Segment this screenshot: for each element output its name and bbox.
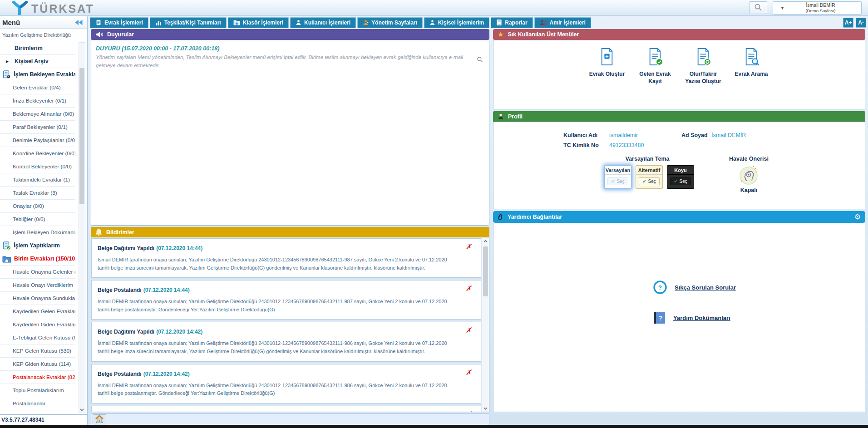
- notification-date: (07.12.2020 14:44): [156, 245, 202, 251]
- notification-date: (07.12.2020 14:44): [143, 287, 190, 293]
- user-note: (Demo Sayfası): [784, 8, 857, 14]
- sidebar-item-kep-giden-kutusu-114[interactable]: KEP Giden Kutusu (114): [0, 358, 75, 371]
- sidebar-item-postalananlar[interactable]: Postalananlar: [0, 397, 75, 410]
- sidebar-item-havale-onayina-gelenler-0-0[interactable]: Havale Onayına Gelenler (0/0): [0, 266, 75, 279]
- notification-body: İsmail DEMİR tarafından onaya sunulan; Y…: [92, 294, 481, 319]
- home-button[interactable]: [93, 414, 106, 424]
- theme-koyu[interactable]: Koyu✔Seç: [667, 165, 694, 189]
- gear-icon[interactable]: ⚙: [854, 213, 861, 221]
- notification-card: Belge Postalandı(07.12.2020 14:44)✗İsmai…: [91, 280, 481, 320]
- delete-notification-button[interactable]: ✗: [466, 326, 472, 335]
- sidebar-item-beklemeye-alinanlar-0-0[interactable]: Beklemeye Alınanlar (0/0): [0, 108, 75, 121]
- sidebar-item-benimle-paylasilanlar-0-0[interactable]: Benimle Paylaşılanlar (0/0): [0, 134, 75, 147]
- announcements-title: Duyurular: [107, 31, 134, 38]
- profile-title: Profil: [508, 113, 523, 120]
- sidebar-item-havale-onayina-sunduklarim[interactable]: Havale Onayına Sunduklarım: [0, 292, 75, 305]
- theme-select-button[interactable]: ✔Seç: [639, 177, 660, 185]
- link-sikca-sorulan-sorular[interactable]: ?Sıkça Sorulan Sorular: [653, 280, 736, 294]
- delete-notification-button[interactable]: ✗: [466, 410, 472, 412]
- sidebar-item-toplu-postaladiklarim[interactable]: Toplu Postaladıklarım: [0, 384, 75, 397]
- delete-notification-button[interactable]: ✗: [466, 368, 472, 377]
- sidebar-item-koordine-bekleyenler-0-0[interactable]: Koordine Bekleyenler (0/0): [0, 147, 75, 160]
- document-icon: [95, 19, 102, 26]
- tab-kullanici-islemleri[interactable]: Kullanıcı İşlemleri: [290, 17, 356, 28]
- sidebar-scrollbar[interactable]: [79, 42, 85, 413]
- sidebar-item-kaydedilen-giden-evraklar[interactable]: Kaydedilen Giden Evraklar: [0, 318, 75, 331]
- sidebar-item-paraf-bekleyenler-0-1[interactable]: Paraf Bekleyenler (0/1): [0, 121, 75, 134]
- tab-yonetim-sayfalari[interactable]: Yönetim Sayfaları: [357, 17, 423, 28]
- notifications-scrollbar-thumb[interactable]: [483, 246, 488, 296]
- notification-card: Yönlendirme İşleminin İptali Hakkında Bi…: [91, 406, 481, 412]
- delete-notification-button[interactable]: ✗: [466, 284, 472, 293]
- tc-label: TC Kimlik No: [563, 142, 599, 148]
- sidebar-collapse-icon[interactable]: [74, 19, 84, 26]
- font-decrease-button[interactable]: A-: [856, 18, 866, 28]
- shortcut-evrak-arama[interactable]: Evrak Arama: [733, 48, 770, 78]
- link-yardim-dokumanlari[interactable]: ?Yardım Dokümanları: [653, 311, 730, 325]
- announcements-panel: DUYURU (15.07.2020 00:00 - 17.07.2020 00…: [91, 41, 489, 226]
- star-icon: ★: [498, 31, 503, 38]
- notification-body: İsmail DEMİR tarafından onaya sunulan; Y…: [92, 335, 481, 361]
- theme-select-button[interactable]: ✔Seç: [670, 177, 691, 185]
- supervisors-icon: [540, 20, 547, 25]
- doc-approve-icon: [695, 48, 711, 68]
- notification-title: Belge Postalandı: [98, 371, 142, 377]
- sidebar-item-islem-bekleyen-evraklar-0-10[interactable]: İşlem Bekleyen Evraklar (0/10): [0, 68, 75, 81]
- profile-header: Profil: [493, 111, 865, 122]
- theme-varsayilan[interactable]: Varsayılan✔Seç: [604, 165, 631, 189]
- tab-klasor-islemleri[interactable]: Klasör İşlemleri: [228, 17, 289, 28]
- delete-notification-button[interactable]: ✗: [466, 242, 472, 251]
- sidebar-item-taslak-evraklar-3[interactable]: Taslak Evraklar (3): [0, 187, 75, 200]
- sidebar-item-takibimdeki-evraklar-1[interactable]: Takibimdeki Evraklar (1): [0, 173, 75, 187]
- havale-state: Kapalı: [711, 187, 786, 193]
- sidebar-item-kep-gelen-kutusu-530[interactable]: KEP Gelen Kutusu (530): [0, 344, 75, 358]
- announcement-magnifier-icon[interactable]: [477, 56, 483, 64]
- sidebar-item-kontrol-bekleyenler-0-0[interactable]: Kontrol Bekleyenler (0/0): [0, 160, 75, 173]
- scroll-down-icon[interactable]: [482, 407, 489, 410]
- sidebar-item-onaylar-0-0[interactable]: Onaylar (0/0): [0, 200, 75, 213]
- tab-evrak-islemleri[interactable]: Evrak İşlemleri: [90, 17, 148, 28]
- chevron-down-icon: ▼: [780, 6, 784, 10]
- sidebar-item-birim-evraklari-150-1014[interactable]: Birim Evrakları (150/1014): [0, 252, 75, 266]
- top-navbar: Evrak İşlemleriTeşkilat/Kişi TanımlarıKl…: [90, 17, 866, 28]
- search-button[interactable]: [749, 1, 767, 14]
- announcement-body: Yönetim sayfaları Menü yönetiminden, Tes…: [91, 53, 489, 70]
- user-menu[interactable]: ▼ İsmail DEMİR (Demo Sayfası): [773, 1, 862, 15]
- sidebar-title: Menü: [2, 19, 20, 26]
- font-increase-button[interactable]: A+: [843, 18, 853, 28]
- username-value: ismaildemir: [609, 132, 638, 138]
- scroll-down-icon[interactable]: [79, 408, 85, 411]
- sidebar-item-havale-onayi-verdiklerim[interactable]: Havale Onayı Verdiklerim: [0, 279, 75, 292]
- sidebar-item-gelen-evraklar-0-4[interactable]: Gelen Evraklar (0/4): [0, 81, 75, 94]
- havale-brain-icon[interactable]: [738, 164, 759, 188]
- theme-select-button[interactable]: ✔Seç: [607, 177, 628, 185]
- check-icon: ✔: [611, 179, 615, 184]
- sidebar-item-islem-bekleyen-dokumanlar-0[interactable]: İşlem Bekleyen Dokümanlar (0): [0, 226, 75, 239]
- sidebar-item-kaydedilen-gelen-evraklar-59[interactable]: Kaydedilen Gelen Evraklar (59): [0, 305, 75, 318]
- sidebar-item-islem-yaptiklarim[interactable]: İşlem Yaptıklarım: [0, 239, 75, 252]
- havale-label: Havale Önerisi: [711, 156, 786, 162]
- tab-amir-islemleri[interactable]: Amir İşlemleri: [534, 17, 591, 28]
- notifications-scrollbar[interactable]: [482, 238, 489, 412]
- sidebar-item-kisisel-arsiv[interactable]: ▶Kişisel Arşiv: [0, 55, 75, 68]
- shortcut-gelen-evrak-kayit[interactable]: Gelen Evrak Kayıt: [636, 48, 674, 85]
- tab-raporlar[interactable]: Raporlar: [491, 17, 533, 28]
- notification-date: (07.12.2020 14:42): [143, 371, 190, 377]
- admin-user-icon: [363, 20, 369, 25]
- sidebar-item-birimlerim[interactable]: Birimlerim: [0, 42, 75, 55]
- sidebar-item-e-tebligat-gelen-kutusu-0[interactable]: E-Tebligat Gelen Kutusu (0): [0, 331, 75, 344]
- sidebar-scrollbar-thumb[interactable]: [79, 68, 84, 204]
- app-root: TÜRKSAT ▼ İsmail DEMİR (Demo Sayfası) Me…: [0, 0, 868, 428]
- scroll-up-icon[interactable]: [482, 240, 489, 243]
- tab-teskilat-kisi-tanimlari[interactable]: Teşkilat/Kişi Tanımları: [150, 17, 227, 28]
- sidebar-item-tebligler-0-0[interactable]: Tebliğler (0/0): [0, 213, 75, 226]
- shortcut-evrak-olustur[interactable]: Evrak Oluştur: [588, 48, 626, 78]
- user-icon: [296, 20, 301, 25]
- theme-alternatif[interactable]: Alternatif✔Seç: [636, 165, 663, 189]
- bell-icon: [95, 229, 102, 236]
- sidebar-item-postalanacak-evraklar-82-166[interactable]: Postalanacak Evraklar (82/166): [0, 371, 75, 384]
- tab-kisisel-islemlerim[interactable]: Kişisel İşlemlerim: [424, 17, 489, 28]
- profile-panel: Kullanıcı Adı ismaildemir Ad Soyad İsmai…: [493, 122, 865, 209]
- sidebar-item-imza-bekleyenler-0-1[interactable]: İmza Bekleyenler (0/1): [0, 94, 75, 108]
- shortcut-olur-takrir-yazisi-olustur[interactable]: Olur/Takrir Yazısı Oluştur: [685, 48, 722, 85]
